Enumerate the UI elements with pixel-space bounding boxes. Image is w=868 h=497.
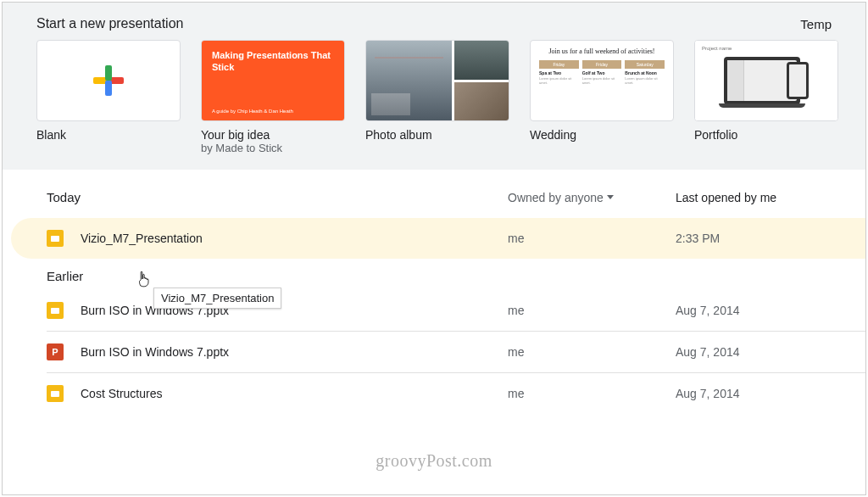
thumb-subtitle: A guide by Chip Heath & Dan Heath <box>212 109 293 114</box>
file-time: Aug 7, 2014 <box>676 304 832 317</box>
owner-filter-label: Owned by anyone <box>508 191 604 204</box>
group-label-earlier: Earlier <box>3 259 865 290</box>
template-label: Photo album <box>365 128 509 142</box>
file-title: Vizio_M7_Presentation <box>81 232 203 245</box>
template-label: Wedding <box>530 128 674 142</box>
file-owner: me <box>508 232 676 245</box>
thumb-label: Project name <box>702 46 732 51</box>
slides-icon <box>47 385 64 402</box>
owner-filter-dropdown[interactable]: Owned by anyone <box>508 191 676 204</box>
template-card-bigidea[interactable]: Making Presentations That Stick A guide … <box>201 40 345 154</box>
template-card-portfolio[interactable]: Project name Portfolio <box>694 40 838 154</box>
sort-column-header[interactable]: Last opened by me <box>676 191 832 204</box>
file-row[interactable]: P Burn ISO in Windows 7.pptx me Aug 7, 2… <box>3 332 865 372</box>
file-title: Cost Structures <box>81 387 162 400</box>
powerpoint-icon: P <box>47 343 64 360</box>
chevron-down-icon <box>607 195 614 199</box>
file-owner: me <box>508 387 676 400</box>
file-time: Aug 7, 2014 <box>676 345 832 359</box>
template-label: Your big idea <box>201 128 345 142</box>
template-sublabel: by Made to Stick <box>201 142 345 154</box>
template-thumb-bigidea[interactable]: Making Presentations That Stick A guide … <box>201 40 345 121</box>
template-thumb-blank[interactable] <box>36 40 181 121</box>
template-thumb-portfolio[interactable]: Project name <box>694 40 838 121</box>
group-label-today: Today <box>47 190 508 204</box>
template-thumb-wedding[interactable]: Join us for a full weekend of activities… <box>530 40 674 121</box>
file-row[interactable]: Burn ISO in Windows 7.pptx me Aug 7, 201… <box>3 290 865 331</box>
file-title: Burn ISO in Windows 7.pptx <box>81 345 229 359</box>
file-owner: me <box>508 345 676 359</box>
file-time: 2:33 PM <box>676 232 832 245</box>
files-header: Today Owned by anyone Last opened by me <box>3 170 865 218</box>
template-thumb-photo[interactable] <box>365 40 509 121</box>
slides-icon <box>47 302 64 319</box>
file-row[interactable]: Vizio_M7_Presentation me 2:33 PM <box>11 218 865 259</box>
thumb-title: Making Presentations That Stick <box>212 49 334 74</box>
template-gallery-link[interactable]: Temp <box>800 17 832 31</box>
template-card-blank[interactable]: Blank <box>36 40 181 154</box>
gallery-title: Start a new presentation <box>36 16 183 31</box>
template-gallery: Start a new presentation Temp Blank Maki… <box>3 3 865 170</box>
plus-icon <box>93 65 124 96</box>
slides-icon <box>47 230 64 247</box>
template-label: Blank <box>36 128 181 142</box>
file-time: Aug 7, 2014 <box>676 387 832 400</box>
template-card-wedding[interactable]: Join us for a full weekend of activities… <box>530 40 674 154</box>
template-card-photo[interactable]: Photo album <box>365 40 509 154</box>
watermark: groovyPost.com <box>376 451 492 471</box>
template-label: Portfolio <box>694 128 838 142</box>
tooltip: Vizio_M7_Presentation <box>153 288 281 309</box>
file-owner: me <box>508 304 676 317</box>
file-row[interactable]: Cost Structures me Aug 7, 2014 <box>3 373 865 414</box>
thumb-title: Join us for a full weekend of activities… <box>539 47 665 55</box>
